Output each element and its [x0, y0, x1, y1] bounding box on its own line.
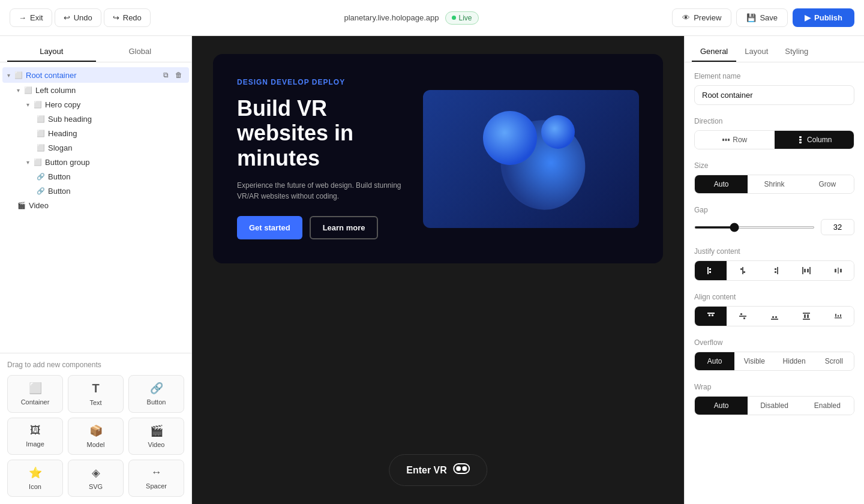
- right-tab-styling[interactable]: Styling: [776, 42, 817, 62]
- svg-rect-10: [799, 136, 802, 138]
- tab-layout[interactable]: Layout: [7, 42, 96, 62]
- direction-column-button[interactable]: Column: [775, 131, 854, 149]
- undo-button[interactable]: ↩ Undo: [55, 8, 101, 27]
- undo-icon: ↩: [64, 13, 70, 22]
- publish-button[interactable]: ▶ Publish: [793, 8, 854, 27]
- component-icon[interactable]: ⭐ Icon: [7, 460, 63, 497]
- collapse-arrow: ▾: [26, 159, 29, 166]
- panel-tabs: Layout Global: [0, 36, 191, 62]
- size-auto-button[interactable]: Auto: [695, 175, 748, 193]
- tree-item-button-1[interactable]: 🔗 Button: [2, 169, 189, 184]
- align-start-button[interactable]: [695, 307, 727, 326]
- tab-global[interactable]: Global: [96, 42, 185, 62]
- column-label: Column: [807, 136, 832, 144]
- save-button[interactable]: 💾 Save: [736, 8, 788, 27]
- justify-end-button[interactable]: [758, 261, 790, 280]
- redo-button[interactable]: ↪ Redo: [104, 8, 151, 27]
- component-label: Icon: [29, 483, 41, 490]
- justify-around-button[interactable]: [822, 261, 854, 280]
- copy-button[interactable]: ⧉: [160, 70, 171, 80]
- row-icon: [722, 136, 730, 144]
- component-button[interactable]: 🔗 Button: [128, 375, 184, 413]
- topbar-right: 👁 Preview 💾 Save ▶ Publish: [672, 8, 854, 27]
- tree-label: Video: [29, 201, 184, 210]
- justify-center-button[interactable]: [727, 261, 758, 280]
- delete-button[interactable]: 🗑: [173, 70, 184, 80]
- size-shrink-button[interactable]: Shrink: [748, 175, 800, 193]
- element-name-input[interactable]: [694, 85, 854, 105]
- tree-item-left-column[interactable]: ▾ ⬜ Left column: [2, 83, 189, 97]
- tree-item-hero-copy[interactable]: ▾ ⬜ Hero copy: [2, 97, 189, 112]
- topbar: → Exit ↩ Undo ↪ Redo planetary.live.holo…: [0, 0, 864, 36]
- align-end-button[interactable]: [758, 307, 790, 326]
- container-icon: ⬜: [33, 157, 43, 167]
- svg-point-4: [456, 466, 461, 471]
- component-text[interactable]: T Text: [68, 375, 124, 413]
- collapse-arrow: ▾: [17, 87, 20, 94]
- exit-button[interactable]: → Exit: [10, 8, 52, 27]
- right-panel-content: Element name Direction Row Column: [685, 62, 864, 425]
- spacer-comp-icon: ↔: [151, 466, 162, 479]
- live-badge: Live: [445, 11, 479, 25]
- gap-slider[interactable]: [694, 226, 815, 229]
- svg-rect-11: [799, 139, 802, 141]
- learn-more-button[interactable]: Learn more: [310, 216, 379, 239]
- canvas-inner: DESIGN DEVELOP DEPLOY Build VR websites …: [213, 54, 663, 263]
- component-svg[interactable]: ◈ SVG: [68, 460, 124, 497]
- svg-rect-35: [771, 319, 778, 320]
- svg-rect-16: [742, 267, 743, 274]
- component-image[interactable]: 🖼 Image: [7, 418, 63, 455]
- justify-between-button[interactable]: [790, 261, 822, 280]
- right-tab-general[interactable]: General: [692, 42, 736, 62]
- tree-item-heading[interactable]: ⬜ Heading: [2, 126, 189, 140]
- gap-input[interactable]: 32: [821, 219, 854, 235]
- preview-button[interactable]: 👁 Preview: [672, 8, 731, 27]
- justify-label: Justify content: [694, 247, 854, 256]
- image-comp-icon: 🖼: [30, 424, 41, 437]
- component-video[interactable]: 🎬 Video: [128, 418, 184, 455]
- tree-item-sub-heading[interactable]: ⬜ Sub heading: [2, 112, 189, 126]
- wrap-disabled-button[interactable]: Disabled: [748, 397, 800, 415]
- direction-row-button[interactable]: Row: [695, 131, 775, 149]
- svg-rect-9: [728, 139, 730, 141]
- size-label: Size: [694, 161, 854, 170]
- collapse-arrow: ▾: [26, 101, 29, 108]
- undo-label: Undo: [74, 13, 92, 22]
- tree-item-button-2[interactable]: 🔗 Button: [2, 184, 189, 198]
- text-comp-icon: T: [92, 382, 99, 395]
- size-grow-button[interactable]: Grow: [801, 175, 854, 193]
- tree-item-button-group[interactable]: ▾ ⬜ Button group: [2, 155, 189, 169]
- tree-label: Hero copy: [45, 100, 184, 109]
- overflow-visible-button[interactable]: Visible: [734, 352, 774, 370]
- get-started-button[interactable]: Get started: [237, 216, 302, 239]
- svg-rect-19: [777, 267, 778, 274]
- tree-item-root-container[interactable]: ▾ ⬜ Root container ⧉ 🗑: [2, 67, 189, 83]
- tree-label: Heading: [48, 129, 184, 138]
- component-spacer[interactable]: ↔ Spacer: [128, 460, 184, 497]
- align-baseline-button[interactable]: [822, 307, 854, 326]
- save-icon: 💾: [746, 13, 756, 22]
- component-model[interactable]: 📦 Model: [68, 418, 124, 455]
- wrap-enabled-button[interactable]: Enabled: [801, 397, 854, 415]
- svg-rect-39: [803, 319, 810, 320]
- enter-vr-button[interactable]: Enter VR: [389, 454, 487, 486]
- justify-start-button[interactable]: [695, 261, 727, 280]
- svg-rect-38: [803, 313, 810, 314]
- align-center-icon: [738, 311, 748, 321]
- tree-item-video[interactable]: 🎬 Video: [2, 198, 189, 212]
- overflow-auto-button[interactable]: Auto: [695, 352, 734, 370]
- overflow-scroll-button[interactable]: Scroll: [814, 352, 854, 370]
- video-comp-icon: 🎬: [150, 424, 163, 437]
- topbar-center: planetary.live.holopage.app Live: [344, 11, 478, 25]
- component-container[interactable]: ⬜ Container: [7, 375, 63, 413]
- tree-item-slogan[interactable]: ⬜ Slogan: [2, 140, 189, 155]
- wrap-auto-button[interactable]: Auto: [695, 397, 748, 415]
- align-center-button[interactable]: [727, 307, 758, 326]
- align-stretch-button[interactable]: [790, 307, 822, 326]
- canvas[interactable]: DESIGN DEVELOP DEPLOY Build VR websites …: [192, 36, 684, 504]
- svg-rect-26: [835, 269, 836, 272]
- overflow-hidden-button[interactable]: Hidden: [775, 352, 814, 370]
- right-tab-layout[interactable]: Layout: [736, 42, 776, 62]
- link-icon: 🔗: [36, 172, 46, 181]
- svg-rect-45: [840, 314, 841, 317]
